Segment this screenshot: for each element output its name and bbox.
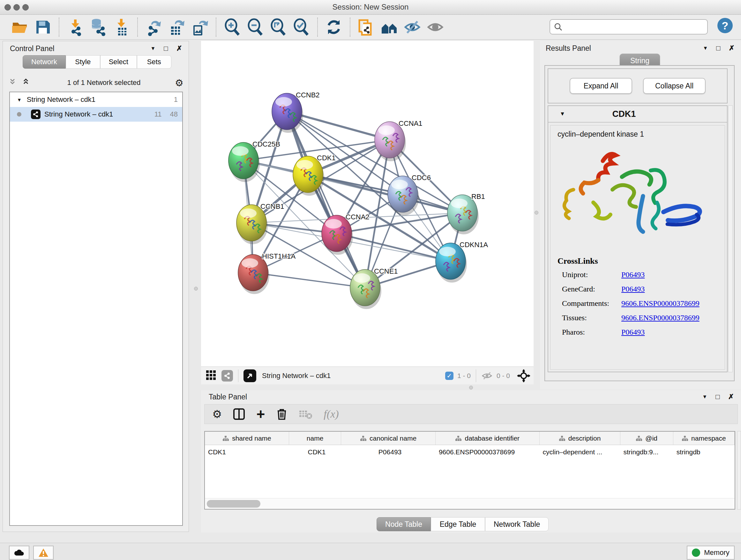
column-header-name[interactable]: name (289, 432, 341, 445)
network-selected-status: 1 of 1 Network selected (33, 78, 175, 87)
tab-node-table[interactable]: Node Table (377, 517, 431, 531)
tab-style[interactable]: Style (66, 55, 100, 69)
network-canvas[interactable]: CCNB2CCNA1CDC25BCDK1CDC6RB1CCNB1CCNA2CDK… (201, 41, 534, 367)
table-settings-gear-icon[interactable]: ⚙ (212, 408, 222, 421)
tab-sets[interactable]: Sets (137, 55, 172, 69)
collapse-all-icon[interactable] (9, 78, 19, 87)
network-collection-row[interactable]: ▼ String Network – cdk1 1 (10, 92, 182, 107)
show-columns-icon[interactable] (232, 408, 246, 421)
node-label: CCNE1 (374, 267, 398, 275)
network-share-view-icon[interactable] (221, 370, 233, 381)
cloud-icon (13, 549, 25, 557)
network-node-RB1[interactable]: RB1 (448, 192, 485, 234)
results-float-icon[interactable]: □ (716, 44, 720, 52)
help-button[interactable]: ? (718, 18, 733, 33)
network-node-CCNA2[interactable]: CCNA2 (322, 213, 369, 255)
panel-float-icon[interactable]: □ (164, 44, 168, 53)
crosslink-link[interactable]: P06493 (621, 328, 645, 336)
cloud-button[interactable] (9, 546, 29, 560)
fit-selected-target-icon[interactable] (517, 369, 530, 382)
column-type-icon (360, 435, 366, 441)
node-label: CDKN1A (460, 241, 488, 249)
grid-view-icon[interactable] (205, 370, 216, 382)
crosslink-link[interactable]: P06493 (621, 285, 645, 294)
network-edge[interactable] (253, 273, 365, 288)
expand-all-icon[interactable] (22, 78, 33, 87)
network-edge[interactable] (287, 111, 365, 288)
refresh-icon[interactable] (322, 17, 345, 37)
tab-network-table[interactable]: Network Table (485, 517, 549, 531)
open-session-icon[interactable] (8, 17, 31, 37)
network-node-HIST1H1A[interactable]: HIST1H1A (238, 252, 295, 294)
export-network-icon[interactable] (142, 17, 165, 37)
first-neighbors-icon[interactable] (378, 17, 401, 37)
birds-eye-view-icon[interactable] (244, 369, 256, 382)
node-label: CCNA1 (399, 119, 422, 127)
node-label: CDK1 (317, 154, 336, 162)
hide-selected-icon[interactable] (401, 17, 424, 37)
column-header-description[interactable]: description (540, 432, 620, 445)
crosslink-link[interactable]: 9606.ENSP00000378699 (621, 299, 699, 308)
splitter-handle[interactable] (469, 386, 473, 389)
panel-collapse-icon[interactable]: ▼ (150, 46, 155, 51)
zoom-selected-icon[interactable] (290, 17, 313, 37)
table-hscrollbar[interactable] (205, 498, 735, 509)
column-header-canonical-name[interactable]: canonical name (341, 432, 435, 445)
warnings-button[interactable] (33, 546, 54, 560)
network-node-CCNA1[interactable]: CCNA1 (375, 119, 422, 161)
table-row[interactable]: CDK1CDK1P064939606.ENSP00000378699cyclin… (205, 445, 735, 459)
table-vscrollbar[interactable] (737, 431, 741, 509)
zoom-in-icon[interactable] (221, 17, 244, 37)
column-header-namespace[interactable]: namespace (673, 432, 735, 445)
panel-close-icon[interactable]: ✗ (177, 44, 182, 53)
expand-all-button[interactable]: Expand All (569, 78, 632, 94)
results-close-icon[interactable]: ✗ (729, 44, 735, 52)
export-image-icon[interactable] (188, 17, 211, 37)
splitter-handle[interactable] (535, 211, 538, 214)
crosslink-link[interactable]: P06493 (621, 270, 645, 279)
network-options-gear-icon[interactable]: ⚙ (175, 77, 184, 88)
memory-label: Memory (704, 549, 729, 557)
search-box[interactable] (549, 19, 708, 35)
memory-button[interactable]: Memory (687, 546, 735, 560)
node-label: CDC6 (412, 174, 431, 182)
network-node-CDKN1A[interactable]: CDKN1A (435, 241, 488, 283)
network-node-CDC25B[interactable]: CDC25B (228, 140, 280, 182)
splitter-handle[interactable] (194, 287, 198, 291)
column-header-shared-name[interactable]: shared name (205, 432, 289, 445)
export-table-icon[interactable] (165, 17, 188, 37)
zoom-fit-icon[interactable] (267, 17, 290, 37)
import-network-file-icon[interactable] (64, 17, 87, 37)
gene-expander-icon[interactable]: ▼ (560, 111, 565, 117)
network-row[interactable]: String Network – cdk1 11 48 (10, 107, 182, 122)
protein-structure-image (555, 142, 721, 241)
network-node-CCNE1[interactable]: CCNE1 (350, 267, 398, 309)
network-collection-list: ▼ String Network – cdk1 1 String Network… (9, 91, 183, 526)
import-network-database-icon[interactable] (87, 17, 110, 37)
table-collapse-icon[interactable]: ▼ (702, 394, 707, 400)
tab-select[interactable]: Select (100, 55, 137, 69)
tree-expander-icon[interactable]: ▼ (17, 97, 22, 103)
column-header-@id[interactable]: @id (620, 432, 673, 445)
save-session-icon[interactable] (31, 17, 54, 37)
network-edge[interactable] (308, 174, 462, 213)
tab-edge-table[interactable]: Edge Table (431, 517, 485, 531)
tab-network[interactable]: Network (23, 55, 66, 69)
table-float-icon[interactable]: □ (716, 393, 720, 401)
network-node-CDK1[interactable]: CDK1 (293, 154, 336, 196)
results-scrollbar[interactable] (728, 105, 733, 372)
import-table-file-icon[interactable] (110, 17, 133, 37)
results-collapse-icon[interactable]: ▼ (703, 45, 708, 51)
selected-nodes-checkbox-icon[interactable]: ✓ (445, 372, 454, 380)
search-input[interactable] (562, 23, 696, 30)
crosslink-link[interactable]: 9606.ENSP00000378699 (621, 314, 699, 322)
table-close-icon[interactable]: ✗ (728, 393, 734, 401)
duplicate-network-icon[interactable] (355, 17, 378, 37)
hscroll-thumb[interactable] (207, 500, 260, 508)
delete-column-icon[interactable] (276, 408, 288, 421)
zoom-out-icon[interactable] (244, 17, 267, 37)
column-header-database-identifier[interactable]: database identifier (435, 432, 540, 445)
status-bar: Memory (0, 543, 741, 560)
collapse-all-button[interactable]: Collapse All (643, 78, 705, 94)
show-all-icon[interactable] (424, 17, 447, 37)
